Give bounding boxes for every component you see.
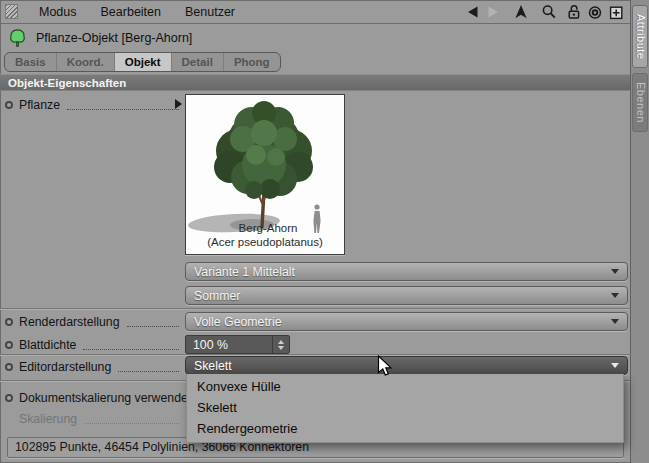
side-tab-ebenen[interactable]: Ebenen [632, 73, 648, 132]
stepper-down-icon[interactable] [278, 346, 284, 350]
plant-icon [7, 28, 28, 49]
forward-icon[interactable] [485, 4, 501, 20]
renderdarstellung-dropdown-value: Volle Geometrie [186, 315, 611, 329]
separator [0, 308, 630, 310]
variante-dropdown-value: Variante 1 Mittelalt [186, 265, 611, 279]
menu-benutzer[interactable]: Benutzer [173, 5, 247, 19]
page-title: Pflanze-Objekt [Berg-Ahorn] [36, 31, 192, 45]
side-tab-attribute[interactable]: Attribute [632, 5, 648, 68]
chevron-down-icon [611, 363, 619, 368]
tab-row: Basis Koord. Objekt Detail Phong [4, 52, 281, 72]
up-arrow-icon[interactable] [513, 4, 529, 20]
editordarstellung-dropdown[interactable]: Skelett [185, 356, 628, 375]
grip-icon[interactable] [5, 4, 18, 19]
blattdichte-field[interactable]: 100 % [185, 335, 290, 354]
tab-koord[interactable]: Koord. [57, 53, 115, 72]
saison-dropdown[interactable]: Sommer [185, 286, 628, 305]
tab-basis[interactable]: Basis [5, 53, 57, 72]
param-skalierung: Skalierung [5, 411, 181, 427]
preview-name-label: Berg-Ahorn [239, 222, 298, 234]
renderdarstellung-dropdown[interactable]: Volle Geometrie [185, 312, 628, 331]
search-icon[interactable] [541, 4, 557, 20]
back-icon[interactable] [464, 4, 480, 20]
attribute-manager-window: Modus Bearbeiten Benutzer [0, 0, 649, 463]
popup-item-konvexe-huelle[interactable]: Konvexe Hülle [187, 376, 623, 397]
editordarstellung-popup-menu: Konvexe Hülle Skelett Rendergeometrie [186, 374, 624, 443]
popup-item-skelett[interactable]: Skelett [187, 397, 623, 418]
param-blattdichte: Blattdichte [5, 337, 181, 353]
keyframe-ring-icon[interactable] [5, 341, 13, 349]
keyframe-ring-icon[interactable] [5, 363, 13, 371]
menu-bearbeiten[interactable]: Bearbeiten [89, 5, 173, 19]
tab-objekt[interactable]: Objekt [115, 53, 172, 72]
keyframe-ring-icon[interactable] [5, 318, 13, 326]
dotted-leader [118, 371, 179, 372]
param-label-skalierung: Skalierung [19, 412, 77, 426]
stepper-up-icon[interactable] [278, 340, 284, 344]
param-renderdarstellung: Renderdarstellung [5, 314, 181, 330]
tab-phong[interactable]: Phong [224, 53, 280, 72]
object-title-row: Pflanze-Objekt [Berg-Ahorn] [0, 26, 630, 50]
tab-detail[interactable]: Detail [172, 53, 224, 72]
blattdichte-stepper[interactable] [272, 336, 289, 353]
chevron-down-icon [611, 269, 619, 274]
param-label-renderdarstellung: Renderdarstellung [19, 315, 120, 329]
popup-item-rendergeometrie[interactable]: Rendergeometrie [187, 418, 623, 439]
lock-icon[interactable] [566, 4, 582, 20]
side-tab-strip: Attribute Ebenen [630, 0, 649, 463]
param-pflanze: Pflanze [5, 97, 181, 113]
plant-preview[interactable]: Berg-Ahorn (Acer pseudoplatanus) [185, 94, 345, 255]
dotted-leader [67, 109, 179, 110]
menubar-icon-group [464, 4, 630, 20]
param-editordarstellung: Editordarstellung [5, 359, 181, 375]
preview-latin-label: (Acer pseudoplatanus) [207, 236, 323, 248]
expander-triangle-icon[interactable] [175, 99, 182, 109]
menu-bar: Modus Bearbeiten Benutzer [0, 0, 630, 24]
chevron-down-icon [611, 319, 619, 324]
dotted-leader [84, 423, 179, 424]
dotted-leader [83, 349, 179, 350]
chevron-down-icon [611, 293, 619, 298]
tab-group: Basis Koord. Objekt Detail Phong [4, 52, 281, 72]
param-label-dokumentskalierung: Dokumentskalierung verwenden [19, 391, 195, 405]
variante-dropdown[interactable]: Variante 1 Mittelalt [185, 262, 628, 281]
param-label-pflanze: Pflanze [19, 98, 60, 112]
target-icon[interactable] [587, 4, 603, 20]
blattdichte-value: 100 % [186, 338, 272, 352]
tree-preview-image: Berg-Ahorn (Acer pseudoplatanus) [186, 95, 344, 254]
dotted-leader [127, 326, 180, 327]
menu-modus[interactable]: Modus [27, 5, 89, 19]
param-label-blattdichte: Blattdichte [19, 338, 76, 352]
editordarstellung-dropdown-value: Skelett [186, 359, 611, 373]
keyframe-ring-icon[interactable] [5, 394, 13, 402]
param-label-editordarstellung: Editordarstellung [19, 360, 111, 374]
section-header[interactable]: Objekt-Eigenschaften [0, 74, 630, 91]
add-box-icon[interactable] [608, 4, 624, 20]
saison-dropdown-value: Sommer [186, 289, 611, 303]
keyframe-ring-icon[interactable] [5, 101, 13, 109]
